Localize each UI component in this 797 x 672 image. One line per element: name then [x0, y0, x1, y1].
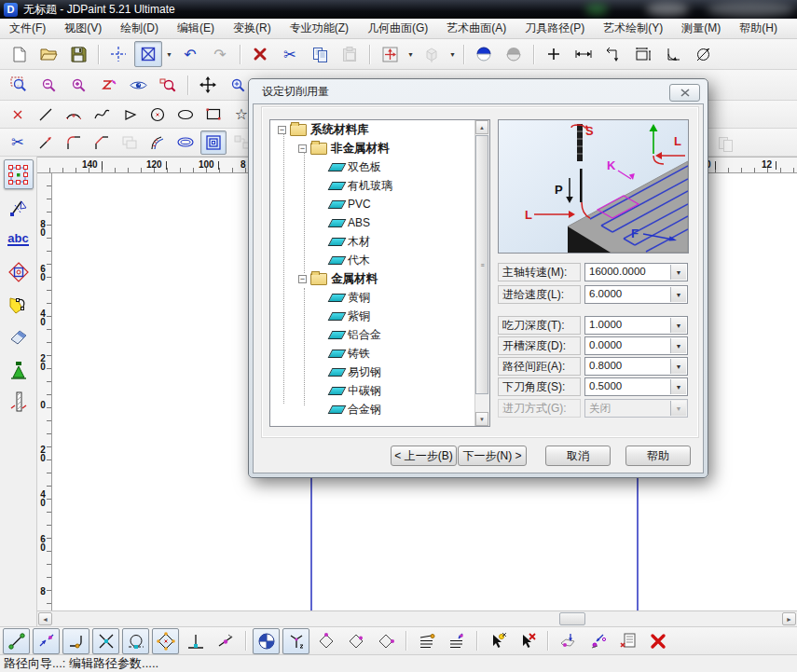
draw-arc-button[interactable]	[61, 103, 87, 127]
pan-button[interactable]	[194, 72, 222, 98]
menu-geometric-surface[interactable]: 几何曲面(G)	[358, 19, 437, 38]
cancel-button[interactable]: 取消	[545, 446, 611, 466]
scrollbar-thumb[interactable]	[559, 612, 585, 625]
menu-transform[interactable]: 变换(R)	[224, 19, 281, 38]
tree-node-root[interactable]: − 系统材料库	[270, 120, 489, 139]
zoom-in-button[interactable]	[64, 72, 92, 98]
pick-verify-button[interactable]	[584, 628, 611, 654]
snap-direction-button[interactable]	[33, 628, 60, 654]
snap-tangent-button[interactable]	[122, 628, 149, 654]
cut-depth-combo[interactable]: 1.0000 ▼	[584, 316, 688, 335]
collapse-icon[interactable]: −	[278, 126, 286, 134]
offset-button[interactable]	[117, 130, 143, 155]
snap-axis-button[interactable]	[282, 628, 309, 654]
drop-item-button[interactable]	[555, 628, 582, 654]
scroll-up-button[interactable]: ▲	[475, 120, 488, 134]
chevron-down-icon[interactable]: ▼	[670, 379, 686, 394]
copy-button[interactable]	[306, 41, 334, 67]
transform-button[interactable]	[376, 41, 404, 67]
menu-art-draw[interactable]: 艺术绘制(Y)	[594, 19, 672, 38]
collapse-icon[interactable]: −	[298, 275, 307, 283]
delete-all-button[interactable]	[644, 628, 671, 654]
eraser-tool-button[interactable]	[4, 322, 34, 352]
text-tool-button[interactable]: abc	[4, 225, 34, 254]
extend-button[interactable]	[33, 130, 59, 155]
dim-path-button[interactable]	[599, 41, 627, 67]
dim-horizontal-button[interactable]	[570, 41, 598, 67]
transform-dropdown[interactable]: ▼	[405, 43, 416, 65]
scroll-left-button[interactable]: ◄	[38, 612, 52, 625]
draw-point-button[interactable]	[5, 103, 31, 127]
scroll-right-button[interactable]: ►	[782, 612, 796, 625]
trim-button[interactable]: ✂	[5, 130, 31, 155]
cut-button[interactable]: ✂	[276, 41, 304, 67]
redo-button[interactable]: ↷	[206, 41, 234, 67]
back-button[interactable]: < 上一步(B)	[391, 446, 457, 466]
dialog-close-button[interactable]	[669, 84, 700, 102]
open-file-button[interactable]	[34, 41, 62, 67]
plunge-angle-combo[interactable]: 0.5000 ▼	[584, 377, 688, 396]
menu-measure[interactable]: 测量(M)	[672, 19, 730, 38]
draw-ellipse-button[interactable]	[172, 103, 199, 127]
chevron-down-icon[interactable]: ▼	[670, 265, 686, 280]
zoom-out-button[interactable]	[34, 72, 62, 98]
save-button[interactable]	[64, 41, 92, 67]
snap-grid-button[interactable]	[253, 628, 280, 654]
view-3d-button[interactable]	[418, 41, 446, 67]
parameter-list-button[interactable]	[614, 628, 641, 654]
chevron-down-icon[interactable]: ▼	[670, 338, 686, 353]
menu-art-surface[interactable]: 艺术曲面(A)	[437, 19, 515, 38]
snap-nearest-button[interactable]	[212, 628, 239, 654]
draw-rectangle-button[interactable]	[200, 103, 227, 127]
path-spacing-combo[interactable]: 0.8000 ▼	[584, 357, 688, 376]
menu-edit[interactable]: 编辑(E)	[168, 19, 224, 38]
select-region-button[interactable]	[134, 41, 162, 67]
plane-yz-button[interactable]	[342, 628, 369, 654]
contour-offset-button[interactable]	[200, 130, 227, 155]
next-button[interactable]: 下一步(N) >	[458, 446, 527, 466]
chevron-down-icon[interactable]: ▼	[670, 318, 686, 333]
snap-corner-button[interactable]	[62, 628, 89, 654]
draw-polygon-button[interactable]	[117, 103, 143, 127]
plane-zx-button[interactable]	[372, 628, 399, 654]
pick-remove-button[interactable]	[514, 628, 541, 654]
fill-tool-button[interactable]	[4, 355, 34, 385]
select-tool-button[interactable]	[4, 159, 34, 189]
menu-view[interactable]: 视图(V)	[55, 19, 111, 38]
tree-scrollbar[interactable]: ▲ ▼ ≡	[474, 120, 489, 426]
slot-depth-combo[interactable]: 0.0000 ▼	[584, 336, 688, 355]
snap-perpendicular-button[interactable]	[182, 628, 209, 654]
dim-rect-button[interactable]	[629, 41, 657, 67]
horizontal-scrollbar[interactable]: ◄ ►	[37, 610, 797, 626]
select-region-dropdown[interactable]: ▼	[164, 43, 174, 65]
region-tool-button[interactable]	[4, 290, 34, 320]
dim-circle-button[interactable]	[689, 41, 717, 67]
new-file-button[interactable]	[5, 41, 33, 67]
pick-add-button[interactable]	[484, 628, 511, 654]
chevron-down-icon[interactable]: ▼	[670, 359, 686, 374]
menu-draw[interactable]: 绘制(D)	[111, 19, 168, 38]
hidden-toolbar-button[interactable]	[711, 130, 739, 157]
parallel-button[interactable]	[144, 130, 171, 155]
zoom-object-button[interactable]	[154, 72, 182, 98]
dim-point-button[interactable]	[540, 41, 568, 67]
material-tree[interactable]: − 系统材料库 − 非金属材料 双色板 有机玻璃 PVC ABS 木材 代木 −	[269, 119, 490, 427]
nc-output-tool-button[interactable]	[4, 388, 34, 418]
profile-1-button[interactable]	[413, 628, 440, 654]
draw-line-button[interactable]	[33, 103, 59, 127]
paste-button[interactable]	[336, 41, 364, 67]
help-button[interactable]: 帮助	[625, 446, 691, 466]
draw-spline-button[interactable]	[89, 103, 115, 127]
menu-file[interactable]: 文件(F)	[0, 19, 55, 38]
fillet-button[interactable]	[61, 130, 87, 155]
previous-view-button[interactable]	[94, 72, 122, 98]
plane-xy-button[interactable]	[312, 628, 339, 654]
menu-help[interactable]: 帮助(H)	[730, 19, 787, 38]
snap-endpoint-button[interactable]	[3, 628, 30, 654]
undo-button[interactable]: ↶	[176, 41, 204, 67]
menu-toolpath[interactable]: 刀具路径(P)	[515, 19, 594, 38]
node-edit-tool-button[interactable]	[4, 192, 34, 222]
render-wireframe-button[interactable]	[500, 41, 528, 67]
scroll-down-button[interactable]: ▼	[475, 412, 488, 426]
feed-rate-combo[interactable]: 6.0000 ▼	[584, 285, 688, 304]
